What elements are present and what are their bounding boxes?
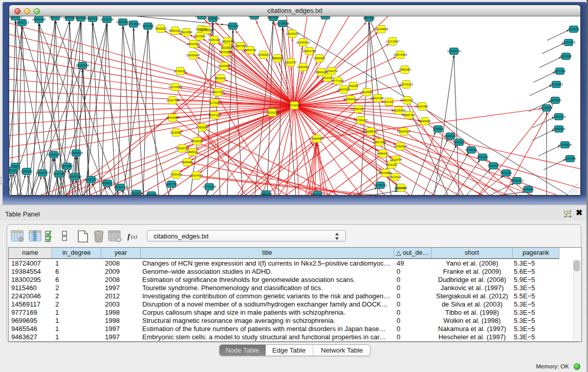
svg-text:19053713: 19053713 (9, 16, 23, 18)
svg-text:1156829: 1156829 (21, 170, 33, 173)
svg-text:1145194: 1145194 (53, 172, 66, 176)
svg-text:1612074: 1612074 (390, 158, 402, 161)
svg-text:9794074: 9794074 (325, 70, 338, 73)
svg-text:2933114: 2933114 (477, 156, 489, 159)
svg-text:164095: 164095 (433, 127, 444, 130)
svg-text:19218596: 19218596 (276, 22, 290, 25)
svg-text:19384554: 19384554 (310, 137, 324, 140)
svg-text:9084067: 9084067 (377, 152, 389, 155)
svg-text:10654122: 10654122 (510, 179, 524, 182)
svg-text:1362615: 1362615 (297, 65, 309, 69)
svg-text:7485063: 7485063 (399, 68, 411, 71)
svg-text:15692991: 15692991 (552, 127, 566, 130)
svg-text:1322037: 1322037 (285, 61, 297, 64)
svg-text:7357224: 7357224 (227, 25, 239, 28)
svg-text:18300295: 18300295 (266, 111, 279, 114)
svg-text:16640910: 16640910 (296, 41, 310, 44)
svg-text:1733426: 1733426 (395, 186, 407, 189)
svg-text:6466160: 6466160 (86, 17, 99, 20)
svg-text:9815546: 9815546 (222, 40, 234, 43)
svg-text:10154808: 10154808 (375, 28, 388, 31)
svg-text:1615112: 1615112 (386, 163, 398, 166)
svg-text:13524851: 13524851 (379, 171, 393, 174)
svg-text:1498222: 1498222 (186, 150, 199, 154)
svg-text:9699695: 9699695 (419, 120, 431, 123)
svg-text:10025438: 10025438 (392, 109, 406, 112)
svg-text:8912954: 8912954 (180, 31, 192, 34)
svg-text:135061: 135061 (10, 165, 21, 168)
svg-text:8938923: 8938923 (444, 135, 456, 138)
svg-text:9152162: 9152162 (311, 193, 323, 195)
svg-text:1081376: 1081376 (260, 192, 272, 195)
svg-text:7986322: 7986322 (352, 107, 364, 111)
svg-text:12923446: 12923446 (130, 192, 144, 195)
svg-text:8813054: 8813054 (267, 16, 279, 19)
svg-text:23226058: 23226058 (199, 29, 213, 32)
svg-text:12213967: 12213967 (386, 40, 400, 43)
svg-text:1353594: 1353594 (196, 126, 208, 129)
svg-text:917006: 917006 (209, 101, 220, 104)
svg-text:9227342: 9227342 (554, 70, 566, 73)
svg-text:8471636: 8471636 (500, 171, 512, 174)
svg-text:16046798: 16046798 (176, 147, 189, 150)
svg-text:7625402: 7625402 (170, 173, 182, 176)
svg-text:1610755: 1610755 (166, 99, 179, 102)
svg-text:5875685: 5875685 (219, 51, 231, 54)
svg-text:10553287: 10553287 (248, 16, 262, 17)
svg-text:9427512: 9427512 (212, 91, 224, 94)
svg-text:2887682: 2887682 (363, 16, 375, 19)
svg-text:8660124: 8660124 (169, 29, 181, 32)
svg-text:62160: 62160 (385, 100, 394, 103)
svg-text:2718126: 2718126 (174, 70, 186, 73)
svg-text:9474444: 9474444 (465, 148, 477, 151)
svg-text:12213383: 12213383 (168, 85, 182, 89)
svg-text:9457791: 9457791 (165, 183, 178, 186)
svg-text:16648784: 16648784 (447, 50, 461, 53)
svg-text:9463627: 9463627 (401, 99, 413, 102)
svg-text:39159: 39159 (9, 169, 17, 172)
svg-text:8267110: 8267110 (209, 114, 221, 117)
svg-text:10719155: 10719155 (100, 18, 114, 21)
svg-text:18807249: 18807249 (373, 141, 386, 144)
svg-text:1244415: 1244415 (549, 99, 561, 102)
svg-text:(x): (x) (131, 234, 137, 240)
svg-text:17957225: 17957225 (84, 178, 98, 181)
svg-text:14136541: 14136541 (374, 184, 387, 187)
svg-text:5878332: 5878332 (191, 140, 203, 143)
svg-text:16210643: 16210643 (552, 115, 566, 118)
svg-text:2867608: 2867608 (234, 45, 247, 48)
svg-text:8215958: 8215958 (540, 106, 553, 110)
svg-text:10958107: 10958107 (101, 182, 115, 185)
svg-text:f: f (127, 232, 131, 240)
svg-text:1588520: 1588520 (271, 57, 284, 60)
svg-text:17016504: 17016504 (558, 143, 572, 146)
svg-text:9146821: 9146821 (257, 53, 270, 56)
svg-text:17359926: 17359926 (70, 151, 83, 155)
svg-text:6497508: 6497508 (338, 88, 350, 91)
svg-text:15751074: 15751074 (562, 41, 576, 44)
svg-text:9115460: 9115460 (417, 105, 429, 108)
svg-text:19053718: 19053718 (49, 16, 62, 18)
svg-text:10924502: 10924502 (145, 193, 159, 195)
svg-text:19654923: 19654923 (397, 130, 411, 133)
svg-text:7663822: 7663822 (155, 27, 167, 30)
svg-text:1125301: 1125301 (568, 28, 580, 31)
svg-text:9099489: 9099489 (181, 161, 193, 164)
svg-text:746266: 746266 (348, 84, 359, 87)
svg-text:7515536: 7515536 (142, 25, 154, 28)
svg-text:15720407: 15720407 (354, 119, 368, 122)
svg-text:16782759: 16782759 (114, 186, 127, 189)
svg-text:20691406: 20691406 (32, 18, 46, 21)
svg-text:8813074: 8813074 (319, 16, 332, 17)
svg-text:12942757: 12942757 (36, 171, 50, 174)
svg-text:10688639: 10688639 (364, 130, 378, 133)
svg-text:6479197: 6479197 (453, 141, 465, 144)
svg-text:12093872: 12093872 (550, 83, 563, 86)
svg-text:10607487: 10607487 (371, 97, 385, 100)
svg-text:12505135: 12505135 (68, 175, 82, 178)
svg-text:12975115: 12975115 (400, 83, 413, 86)
svg-text:1527602: 1527602 (75, 16, 87, 19)
svg-text:9327508: 9327508 (221, 46, 233, 49)
svg-text:16914479: 16914479 (189, 174, 203, 177)
svg-text:10756928: 10756928 (394, 145, 407, 148)
